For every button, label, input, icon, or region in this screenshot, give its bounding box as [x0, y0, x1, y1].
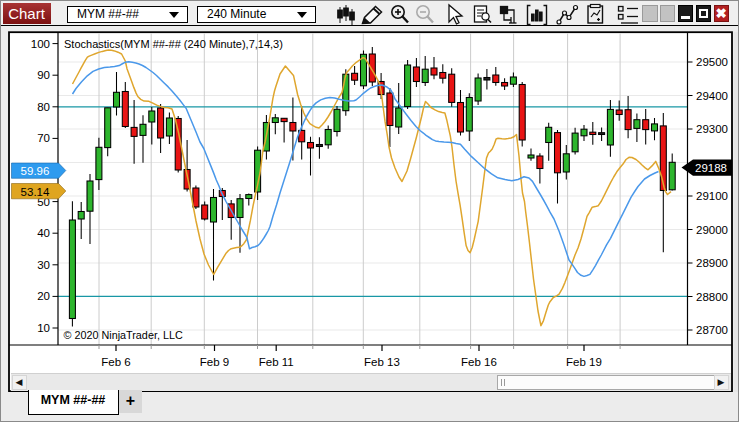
svg-text:29400: 29400 [696, 90, 728, 102]
svg-text:29188: 29188 [695, 162, 727, 174]
svg-text:29300: 29300 [696, 123, 728, 135]
svg-text:90: 90 [37, 69, 50, 81]
svg-text:Feb 19: Feb 19 [566, 356, 602, 368]
svg-text:20: 20 [37, 290, 50, 302]
svg-text:40: 40 [37, 227, 50, 239]
svg-text:Feb 6: Feb 6 [101, 356, 130, 368]
svg-text:29000: 29000 [696, 224, 728, 236]
svg-text:28900: 28900 [696, 257, 728, 269]
svg-text:Feb 13: Feb 13 [364, 356, 400, 368]
svg-text:80: 80 [37, 101, 50, 113]
svg-text:Feb 16: Feb 16 [461, 356, 497, 368]
svg-text:59.96: 59.96 [21, 165, 50, 177]
svg-text:10: 10 [37, 322, 50, 334]
svg-text:Stochastics(MYM ##-## (240 Min: Stochastics(MYM ##-## (240 Minute),7,14,… [64, 38, 283, 50]
svg-text:53.14: 53.14 [21, 186, 50, 198]
svg-text:28800: 28800 [696, 291, 728, 303]
svg-text:100: 100 [31, 38, 50, 50]
svg-text:29100: 29100 [696, 190, 728, 202]
svg-text:30: 30 [37, 259, 50, 271]
svg-text:28700: 28700 [696, 324, 728, 336]
svg-text:Feb 11: Feb 11 [259, 356, 294, 368]
svg-text:29500: 29500 [696, 56, 728, 68]
svg-text:70: 70 [37, 132, 50, 144]
svg-text:Feb 9: Feb 9 [200, 356, 229, 368]
svg-text:© 2020 NinjaTrader, LLC: © 2020 NinjaTrader, LLC [64, 329, 183, 341]
